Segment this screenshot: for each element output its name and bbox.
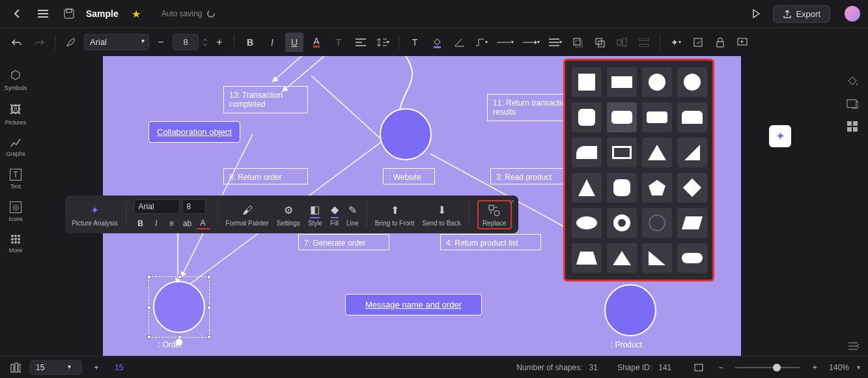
node-8[interactable]: 8: Return order [223,168,308,184]
ai-assist-button[interactable]: ✦ [769,125,791,147]
format-painter-button[interactable] [62,33,80,52]
website-label[interactable]: : Website [383,168,435,184]
sidebar-item-text[interactable]: TText [10,169,21,190]
lock-button[interactable] [711,33,729,52]
ai-sparkle-button[interactable]: ✦▾ [667,33,685,52]
node-7[interactable]: 7: Generate order [298,234,389,250]
shape-right-tri-tall[interactable] [677,138,707,167]
highlight-button[interactable]: ◇ [428,33,446,52]
underline-button[interactable]: U [285,33,303,52]
ctx-replace[interactable]: Replace [477,200,512,229]
page-select[interactable]: 15▾ [30,360,82,375]
save-icon[interactable] [60,5,78,23]
ctx-font-select[interactable]: Arial [134,199,180,214]
shape-trapezoid[interactable] [572,243,602,273]
shape-tab-rect[interactable] [677,102,707,132]
product-circle[interactable] [604,284,656,336]
ctx-font-size[interactable]: 8 [182,199,206,214]
ctx-italic[interactable]: I [150,218,163,229]
connector-button[interactable]: ▾ [472,33,490,52]
ctx-style[interactable]: ◧Style [308,203,322,227]
pen-tool-button[interactable] [450,33,468,52]
pages-panel-icon[interactable] [8,360,23,375]
font-size-decrement[interactable]: − [153,33,169,52]
pin-icon[interactable]: ⤢ [509,198,514,205]
back-button[interactable] [8,5,26,23]
font-size-stepper-icon[interactable] [203,38,208,47]
shape-frame[interactable] [607,138,637,167]
collapse-panel-icon[interactable] [848,342,860,351]
italic-button[interactable]: I [263,33,281,52]
arrow-style-button[interactable]: ▾ [520,33,542,52]
shape-circle-solid[interactable] [677,67,707,97]
font-color-button[interactable]: A [307,33,326,52]
ctx-fill[interactable]: ◆Fill [330,203,339,227]
shape-diamond[interactable] [677,173,707,203]
redo-button[interactable] [30,33,48,52]
shape-round-square[interactable] [607,173,637,203]
ctx-picture-analysis[interactable]: ✦ Picture Analysis [72,203,118,227]
shape-triangle[interactable] [642,138,672,167]
shape-triangle2[interactable] [607,243,637,273]
shape-pill-rect[interactable] [642,102,672,132]
sidebar-item-symbols[interactable]: ⬡Symbols [5,68,27,91]
node-13[interactable]: 13: Transaction completed [223,86,308,113]
shape-ellipse[interactable] [572,208,602,238]
ctx-align[interactable]: ≡ [165,218,178,229]
shape-triangle-iso[interactable] [572,173,602,203]
grid-panel-icon[interactable] [847,121,858,132]
shape-ring[interactable] [642,208,672,238]
ctx-bold[interactable]: B [134,218,147,229]
ctx-send-back[interactable]: ⬇Send to Back [422,203,460,227]
sidebar-item-graphs[interactable]: Graphs [6,138,25,157]
shape-round-rect-wide[interactable] [607,102,637,132]
shape-right-tri[interactable] [642,243,672,273]
list-button[interactable]: ▾ [546,33,565,52]
shape-circle[interactable] [642,67,672,97]
zoom-out-button[interactable]: − [713,360,729,375]
zoom-in-button[interactable]: + [807,360,822,375]
user-avatar[interactable] [845,6,860,22]
website-circle[interactable] [380,108,432,160]
layers-panel-icon[interactable] [847,99,858,109]
align-button[interactable] [352,33,370,52]
shape-pentagon[interactable] [642,173,672,203]
shape-round-rect[interactable] [572,102,602,132]
font-family-select[interactable]: Arial▾ [84,34,149,50]
zoom-slider[interactable] [735,367,800,368]
line-style-button[interactable]: ▾ [494,33,516,52]
ctx-format-painter[interactable]: 🖌Format Painter [226,203,269,227]
message-name-label[interactable]: Message name and order [345,294,482,315]
shape-parallelogram[interactable] [677,208,707,238]
undo-button[interactable] [8,33,26,52]
sidebar-item-pictures[interactable]: 🖼Pictures [5,103,27,126]
text-effect-button[interactable]: T [329,33,348,52]
sidebar-item-more[interactable]: More [9,234,23,254]
bucket-icon[interactable] [847,76,858,87]
shadow-button[interactable] [568,33,587,52]
edit-button[interactable] [689,33,707,52]
node-4[interactable]: 4: Return product list [440,234,541,250]
shape-round-snip[interactable] [572,138,602,167]
font-size-input[interactable]: 8 [173,34,199,50]
font-size-increment[interactable]: + [212,33,227,52]
menu-button[interactable] [34,5,52,23]
present-button[interactable] [733,33,751,52]
line-spacing-button[interactable]: ▾ [374,33,392,52]
align-objects-button[interactable] [613,33,631,52]
sidebar-item-icons[interactable]: ◎Icons [8,201,23,222]
ctx-strikethrough[interactable]: ab [181,218,194,229]
ctx-bring-front[interactable]: ⬆Bring to Front [375,203,415,227]
favorite-star-icon[interactable]: ★ [132,8,141,20]
play-button[interactable] [747,5,765,23]
ctx-line[interactable]: ✎Line [346,203,359,227]
distribute-button[interactable] [635,33,653,52]
ctx-settings[interactable]: ⚙Settings [277,203,300,227]
bold-button[interactable]: B [241,33,259,52]
text-tool-button[interactable]: T [406,33,424,52]
collaboration-object-label[interactable]: Collaboration object [148,121,240,143]
shape-square[interactable] [572,67,602,97]
zoom-slider-handle[interactable] [773,364,781,371]
copy-button[interactable] [591,33,609,52]
shape-rect-wide[interactable] [607,67,637,97]
